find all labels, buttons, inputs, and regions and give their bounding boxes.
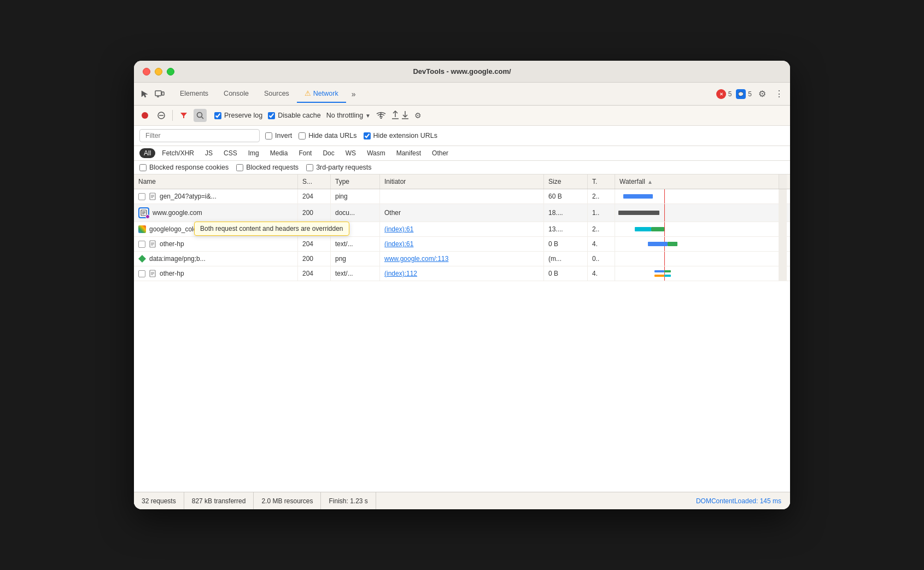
type-filter-css[interactable]: CSS	[219, 148, 242, 158]
throttle-selector[interactable]: No throttling ▼	[326, 112, 371, 119]
hide-data-urls-checkbox[interactable]	[299, 132, 306, 139]
third-party-requests-checkbox[interactable]	[306, 164, 313, 171]
table-row[interactable]: other-hp 204 text/... (index):61 0 B 4.	[134, 237, 790, 252]
invert-label[interactable]: Invert	[265, 132, 292, 139]
row-checkbox[interactable]	[138, 193, 145, 200]
type-filter-wasm[interactable]: Wasm	[362, 148, 390, 158]
finish-time: Finish: 1.23 s	[321, 492, 376, 509]
type-filter-font[interactable]: Font	[294, 148, 316, 158]
clear-button[interactable]	[155, 109, 168, 122]
stop-recording-button[interactable]	[138, 109, 151, 122]
type-filter-js[interactable]: JS	[201, 148, 217, 158]
th-initiator[interactable]: Initiator	[380, 175, 544, 189]
td-initiator: (index):61	[380, 237, 544, 251]
cursor-icon[interactable]	[138, 88, 150, 100]
network-settings-icon[interactable]: ⚙	[414, 111, 422, 120]
close-button[interactable]	[143, 68, 150, 75]
device-icon[interactable]	[154, 88, 166, 100]
td-waterfall	[615, 189, 779, 203]
table-row[interactable]: data:image/png;b... 200 png www.google.c…	[134, 252, 790, 266]
td-time: 4.	[588, 237, 615, 251]
invert-checkbox[interactable]	[265, 132, 272, 139]
type-filter-media[interactable]: Media	[266, 148, 293, 158]
hide-data-urls-label[interactable]: Hide data URLs	[299, 132, 356, 139]
preserve-log-label[interactable]: Preserve log	[214, 112, 262, 119]
td-size: 18....	[544, 204, 588, 222]
td-status: 204	[298, 237, 331, 251]
th-type[interactable]: Type	[331, 175, 380, 189]
svg-rect-1	[162, 92, 164, 95]
transferred-size: 827 kB transferred	[184, 492, 254, 509]
type-filter-fetch-xhr[interactable]: Fetch/XHR	[157, 148, 198, 158]
td-size: (m...	[544, 252, 588, 266]
hide-extension-urls-checkbox[interactable]	[364, 132, 371, 139]
warning-icon: 💬	[736, 89, 746, 99]
td-initiator	[380, 189, 544, 203]
disable-cache-label[interactable]: Disable cache	[268, 112, 321, 119]
blocked-response-cookies-label[interactable]: Blocked response cookies	[139, 164, 229, 171]
devtools-icons	[138, 88, 166, 100]
td-waterfall	[615, 266, 779, 281]
type-filter-ws[interactable]: WS	[341, 148, 360, 158]
preserve-log-checkbox[interactable]	[214, 112, 221, 119]
td-status: 200	[298, 204, 331, 222]
maximize-button[interactable]	[167, 68, 174, 75]
devtools-body: Elements Console Sources ⚠ Network » ✕ 5…	[134, 83, 790, 509]
tab-console[interactable]: Console	[216, 85, 256, 103]
row-checkbox[interactable]	[138, 241, 145, 248]
td-type: ping	[331, 189, 380, 203]
more-tabs-button[interactable]: »	[346, 90, 361, 98]
devtools-window: DevTools - www.google.com/ Elem	[134, 61, 790, 509]
svg-text:✕: ✕	[719, 92, 723, 97]
td-type: png	[331, 252, 380, 266]
td-status: 200	[298, 252, 331, 266]
th-size[interactable]: Size	[544, 175, 588, 189]
blocked-requests-label[interactable]: Blocked requests	[236, 164, 299, 171]
network-conditions-icon[interactable]	[376, 111, 386, 120]
type-filter-manifest[interactable]: Manifest	[392, 148, 425, 158]
row-checkbox[interactable]	[138, 270, 145, 277]
upload-icon[interactable]	[391, 110, 399, 121]
th-time[interactable]: T.	[588, 175, 615, 189]
td-name: www.google.com	[134, 204, 298, 222]
type-filter-doc[interactable]: Doc	[318, 148, 338, 158]
scrollbar-col	[779, 189, 787, 203]
td-status: 204	[298, 266, 331, 281]
table-row[interactable]: gen_204?atyp=i&... 204 ping 60 B 2..	[134, 189, 790, 204]
table-row[interactable]: www.google.com 200 docu... Other 18.... …	[134, 204, 790, 222]
filter-options: Invert Hide data URLs Hide extension URL…	[265, 132, 437, 139]
override-icon	[138, 207, 149, 218]
file-icon	[149, 240, 156, 248]
blocked-requests-checkbox[interactable]	[236, 164, 243, 171]
warning-badge: 💬 5	[736, 89, 752, 99]
table-row[interactable]: other-hp 204 text/... (index):112 0 B 4.	[134, 266, 790, 281]
minimize-button[interactable]	[155, 68, 162, 75]
th-waterfall[interactable]: Waterfall ▲	[615, 175, 779, 189]
filter-icon[interactable]	[177, 109, 190, 122]
filter-input[interactable]	[139, 129, 260, 142]
disable-cache-checkbox[interactable]	[268, 112, 275, 119]
scrollbar[interactable]	[779, 175, 787, 189]
filter-bar: Invert Hide data URLs Hide extension URL…	[134, 126, 790, 146]
tab-sources[interactable]: Sources	[256, 85, 297, 103]
download-icon[interactable]	[401, 110, 409, 121]
third-party-requests-label[interactable]: 3rd-party requests	[306, 164, 371, 171]
search-button[interactable]	[194, 109, 207, 122]
network-toolbar: Preserve log Disable cache No throttling…	[134, 106, 790, 126]
tab-elements[interactable]: Elements	[172, 85, 216, 103]
type-filter-other[interactable]: Other	[428, 148, 453, 158]
traffic-lights	[143, 68, 174, 75]
type-filter-img[interactable]: Img	[244, 148, 264, 158]
more-options-icon[interactable]: ⋮	[773, 86, 786, 101]
settings-icon[interactable]: ⚙	[756, 86, 768, 101]
th-status[interactable]: S...	[298, 175, 331, 189]
td-waterfall	[615, 204, 779, 222]
blocked-response-cookies-checkbox[interactable]	[139, 164, 147, 171]
td-time: 2..	[588, 189, 615, 203]
error-badge: ✕ 5	[716, 89, 732, 99]
type-filter-all[interactable]: All	[139, 148, 155, 158]
td-initiator: Other	[380, 204, 544, 222]
th-name[interactable]: Name	[134, 175, 298, 189]
tab-network[interactable]: ⚠ Network	[297, 85, 346, 103]
hide-extension-urls-label[interactable]: Hide extension URLs	[364, 132, 437, 139]
